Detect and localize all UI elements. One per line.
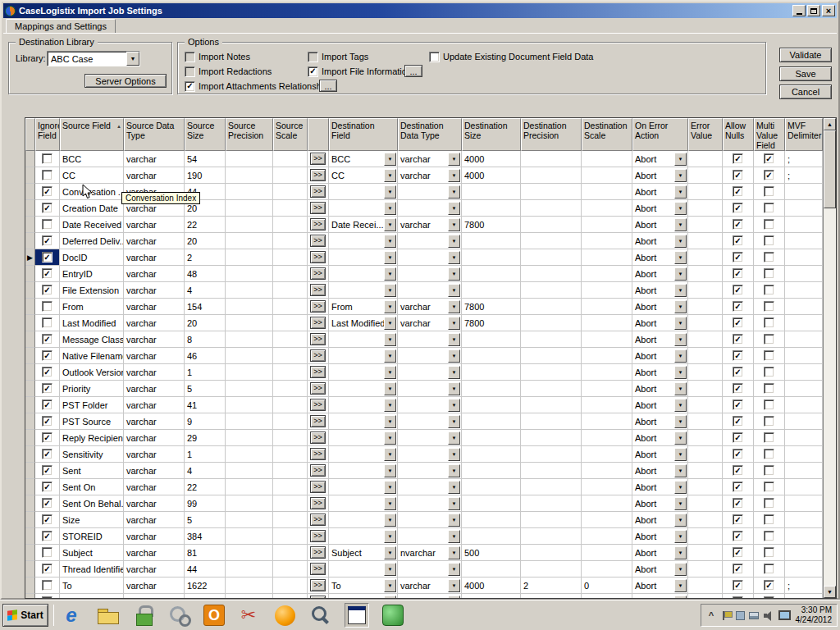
column-header-dest_size[interactable]: Destination Size	[462, 118, 521, 151]
dropdown-arrow-icon[interactable]: ▼	[674, 415, 687, 428]
allow_nulls-checkbox[interactable]: ✓	[733, 432, 743, 443]
cell-source_scale[interactable]	[273, 282, 308, 299]
cell-source_scale[interactable]	[273, 463, 308, 479]
dropdown-arrow-icon[interactable]: ▼	[384, 530, 396, 543]
cell-source_scale[interactable]	[273, 413, 308, 430]
cell-source_size[interactable]: 54	[185, 151, 226, 167]
checkbox-box[interactable]	[429, 52, 440, 62]
network-icon[interactable]	[749, 612, 759, 619]
cell-on_error[interactable]: Abort▼	[632, 545, 688, 561]
ignore-checkbox[interactable]: ✓	[42, 334, 52, 345]
mvf-checkbox[interactable]	[764, 252, 774, 262]
cell-allow_nulls[interactable]: ✓	[723, 331, 754, 348]
cell-source_size[interactable]: 4	[185, 282, 226, 299]
cell-source_size[interactable]: 5	[185, 381, 226, 397]
cell-dest_type[interactable]: ▼	[398, 282, 462, 299]
mvf-checkbox[interactable]	[764, 186, 774, 197]
cell-dest_type[interactable]: varchar▼	[398, 151, 462, 167]
cell-ignore[interactable]: ✓	[35, 413, 60, 430]
map-field-button[interactable]: >>	[310, 481, 326, 493]
cell-dest_size[interactable]	[462, 446, 521, 463]
cell-mvf_delim[interactable]	[785, 233, 823, 249]
tab-mappings-and-settings[interactable]: Mappings and Settings	[6, 19, 116, 33]
dropdown-arrow-icon[interactable]: ▼	[448, 415, 460, 428]
allow_nulls-checkbox[interactable]: ✓	[733, 596, 743, 598]
cell-dest_size[interactable]: 7800	[462, 315, 521, 331]
cell-source_scale[interactable]	[273, 151, 308, 167]
cell-source_field[interactable]: Sensitivity	[60, 446, 124, 463]
cell-dest_type[interactable]: nvarchar▼	[398, 545, 462, 561]
cell-source_type[interactable]: varchar	[124, 299, 185, 315]
cell-source_field[interactable]: EntryID	[60, 266, 124, 282]
map-field-button[interactable]: >>	[310, 596, 326, 598]
checkbox-box[interactable]: ✓	[308, 66, 318, 77]
cell-source_field[interactable]: Topic	[60, 594, 124, 598]
mvf-checkbox[interactable]	[764, 449, 774, 459]
cell-dest_size[interactable]	[462, 561, 521, 578]
cell-dest_scale[interactable]	[582, 364, 632, 381]
checkbox-box[interactable]	[185, 52, 195, 62]
cell-source_size[interactable]: 99	[185, 495, 226, 512]
cell-dest_size[interactable]	[462, 184, 521, 200]
cell-dest_field[interactable]: ▼	[329, 561, 398, 578]
map-field-button[interactable]: >>	[310, 218, 326, 231]
cell-dest_type[interactable]: ▼	[398, 249, 462, 266]
cell-dest_precision[interactable]	[521, 495, 582, 512]
ignore-checkbox[interactable]	[42, 170, 52, 180]
cell-dest_size[interactable]	[462, 282, 521, 299]
cell-source_precision[interactable]	[226, 495, 273, 512]
cell-dest_scale[interactable]	[582, 495, 632, 512]
cell-dest_type[interactable]: ▼	[398, 561, 462, 578]
column-header-map[interactable]	[308, 118, 329, 151]
cell-dest_type[interactable]: ▼	[398, 479, 462, 495]
cell-ignore[interactable]: ✓	[35, 397, 60, 413]
cell-source_scale[interactable]	[273, 364, 308, 381]
dropdown-arrow-icon[interactable]: ▼	[384, 235, 396, 248]
cell-on_error[interactable]: Abort▼	[632, 364, 688, 381]
cell-dest_type[interactable]: ▼	[398, 364, 462, 381]
map-field-button[interactable]: >>	[310, 497, 326, 509]
cell-source_field[interactable]: Sent	[60, 463, 124, 479]
cell-source_precision[interactable]	[226, 578, 273, 594]
cell-error_value[interactable]	[688, 413, 723, 430]
cell-mvf_delim[interactable]: ;	[785, 594, 823, 598]
import-attachments-relationships-checkbox[interactable]: ✓ Import Attachments Relationships	[185, 80, 333, 92]
cell-dest_scale[interactable]	[582, 545, 632, 561]
cell-dest_precision[interactable]	[521, 512, 582, 528]
cell-source_type[interactable]: varchar	[124, 430, 185, 446]
cell-dest_scale[interactable]	[582, 266, 632, 282]
cell-dest_field[interactable]: BCC▼	[329, 151, 398, 167]
dropdown-arrow-icon[interactable]: ▼	[448, 218, 460, 231]
dropdown-arrow-icon[interactable]: ▼	[384, 153, 396, 166]
cell-dest_precision[interactable]	[521, 479, 582, 495]
cell-map[interactable]: >>	[308, 331, 329, 348]
cell-mvf_delim[interactable]	[785, 217, 823, 233]
cell-error_value[interactable]	[688, 561, 723, 578]
cell-error_value[interactable]	[688, 381, 723, 397]
cell-error_value[interactable]	[688, 315, 723, 331]
dropdown-arrow-icon[interactable]: ▼	[674, 284, 687, 297]
cell-map[interactable]: >>	[308, 381, 329, 397]
cell-on_error[interactable]: Abort▼	[632, 200, 688, 217]
cell-error_value[interactable]	[688, 266, 723, 282]
cell-source_field[interactable]: Conversation ...	[60, 184, 124, 200]
cell-dest_scale[interactable]	[582, 184, 632, 200]
cell-dest_size[interactable]	[462, 249, 521, 266]
ignore-checkbox[interactable]: ✓	[42, 498, 52, 509]
cell-source_size[interactable]: 81	[185, 545, 226, 561]
cell-allow_nulls[interactable]: ✓	[723, 578, 754, 594]
cell-source_type[interactable]: varchar	[124, 479, 185, 495]
cell-allow_nulls[interactable]: ✓	[723, 200, 754, 217]
dropdown-arrow-icon[interactable]: ▼	[448, 202, 460, 215]
map-field-button[interactable]: >>	[310, 349, 326, 362]
cell-on_error[interactable]: Abort▼	[632, 266, 688, 282]
cell-mvf_delim[interactable]	[785, 479, 823, 495]
cell-source_size[interactable]: 1	[185, 364, 226, 381]
allow_nulls-checkbox[interactable]: ✓	[733, 203, 743, 213]
cell-source_type[interactable]: varchar	[124, 446, 185, 463]
cell-dest_field[interactable]: ▼	[329, 495, 398, 512]
cell-dest_field[interactable]: Topic▼	[329, 594, 398, 598]
internet-explorer-icon[interactable]: e	[59, 603, 84, 628]
cell-map[interactable]: >>	[308, 249, 329, 266]
cell-source_type[interactable]: varchar	[124, 167, 185, 184]
